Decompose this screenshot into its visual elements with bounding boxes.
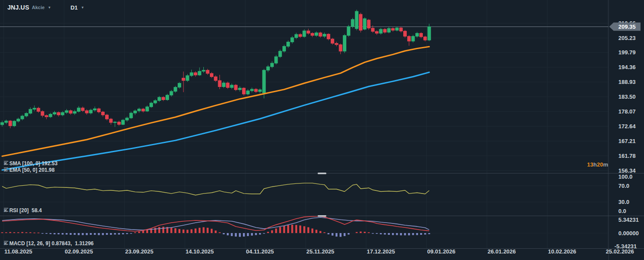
macd-hist-bar-positive xyxy=(1,232,3,233)
bearish-candle xyxy=(85,110,88,113)
panel-resize-handle[interactable] xyxy=(318,173,326,174)
bullish-candle xyxy=(73,111,76,113)
date-axis-label: 04.11.2025 xyxy=(246,248,274,255)
bullish-candle xyxy=(291,38,294,42)
bearish-candle xyxy=(110,119,113,123)
macd-hist-bar-positive xyxy=(5,232,7,233)
bearish-candle xyxy=(331,39,334,43)
bullish-candle xyxy=(17,119,20,121)
macd-hist-bar-negative xyxy=(400,233,402,235)
macd-hist-bar-positive xyxy=(303,226,305,233)
bearish-candle xyxy=(210,73,213,77)
timeframe-dropdown-caret-icon[interactable]: ▾ xyxy=(82,5,84,10)
bearish-candle xyxy=(392,28,395,30)
bearish-candle xyxy=(335,43,338,45)
macd-hist-bar-positive xyxy=(364,232,365,233)
bullish-candle xyxy=(61,113,64,115)
bullish-candle xyxy=(77,108,80,111)
date-axis-label: 14.10.2025 xyxy=(186,248,214,255)
macd-hist-bar-positive xyxy=(199,228,200,233)
price-axis-label: 156.34 xyxy=(618,167,636,174)
macd-hist-bar-negative xyxy=(239,233,241,237)
bullish-candle xyxy=(5,121,8,123)
macd-hist-bar-negative xyxy=(408,233,410,235)
bearish-candle xyxy=(375,31,378,33)
bullish-candle xyxy=(190,73,193,76)
bullish-candle xyxy=(154,100,157,103)
macd-hist-bar-negative xyxy=(255,233,257,235)
macd-main-line xyxy=(2,216,429,231)
macd-hist-bar-positive xyxy=(315,230,317,233)
macd-hist-bar-positive xyxy=(174,228,176,233)
macd-hist-bar-positive xyxy=(275,229,277,233)
bearish-candle xyxy=(206,70,209,73)
macd-signal-line xyxy=(2,217,429,230)
macd-hist-bar-positive xyxy=(215,230,216,233)
macd-hist-bar-negative xyxy=(372,233,374,234)
macd-hist-bar-positive xyxy=(267,232,269,233)
bullish-candle xyxy=(266,67,269,70)
bearish-candle xyxy=(69,110,72,113)
symbol-dropdown-caret-icon[interactable]: ▾ xyxy=(49,5,51,10)
macd-hist-bar-negative xyxy=(42,233,43,234)
bullish-candle xyxy=(279,51,282,57)
macd-hist-bar-negative xyxy=(118,233,120,234)
bullish-candle xyxy=(250,89,253,91)
indicator-settings-icon[interactable] xyxy=(3,207,9,212)
bullish-candle xyxy=(363,19,366,29)
bullish-candle xyxy=(347,27,350,36)
bearish-candle xyxy=(424,37,427,40)
macd-hist-bar-negative xyxy=(53,233,55,234)
bullish-candle xyxy=(174,87,177,91)
timeframe-label[interactable]: D1 xyxy=(70,4,78,11)
price-axis-label: 172.64 xyxy=(618,123,636,130)
current-price-badge: 209.35 xyxy=(609,23,641,31)
bearish-candle xyxy=(420,33,423,37)
indicator-settings-icon[interactable] xyxy=(3,167,9,172)
date-axis-label: 23.09.2025 xyxy=(125,248,153,255)
ma-overlays xyxy=(2,72,429,170)
bullish-candle xyxy=(113,122,116,123)
bearish-candle xyxy=(81,108,84,110)
macd-hist-bar-negative xyxy=(376,233,378,234)
bullish-candle xyxy=(275,57,278,63)
macd-hist-bar-negative xyxy=(424,233,426,234)
bullish-candle xyxy=(65,110,68,112)
trading-chart[interactable]: 210.66205.23199.79194.36188.93183.50178.… xyxy=(0,0,644,260)
macd-hist-bar-negative xyxy=(110,233,112,235)
indicator-settings-icon[interactable] xyxy=(3,160,9,165)
indicator-settings-icon[interactable] xyxy=(3,240,9,245)
macd-axis-label: 5.34231 xyxy=(618,217,639,223)
macd-hist-bar-negative xyxy=(388,233,390,235)
macd-hist-bar-negative xyxy=(227,233,229,235)
bearish-candle xyxy=(37,108,40,111)
macd-hist-bar-negative xyxy=(243,233,245,237)
macd-hist-bar-positive xyxy=(211,229,212,233)
macd-hist-bar-positive xyxy=(183,230,184,233)
date-axis[interactable]: 11.08.202502.09.202523.09.202514.10.2025… xyxy=(4,248,634,255)
macd-hist-bar-negative xyxy=(66,233,67,234)
price-axis-label: 161.78 xyxy=(618,153,636,159)
chart-canvas[interactable]: 210.66205.23199.79194.36188.93183.50178.… xyxy=(0,0,644,260)
bearish-candle xyxy=(57,113,60,115)
date-axis-label: 25.02.2026 xyxy=(606,248,634,255)
macd-hist-bar-positive xyxy=(283,226,285,233)
candlestick-series[interactable] xyxy=(1,10,431,128)
panel-resize-handle[interactable] xyxy=(318,215,326,217)
macd-hist-bar-negative xyxy=(50,233,51,234)
rsi-axis-label: 100.0 xyxy=(618,173,633,180)
macd-hist-bar-negative xyxy=(332,233,333,236)
macd-hist-bar-negative xyxy=(416,233,418,235)
macd-hist-bar-negative xyxy=(247,233,249,236)
rsi-axis-label: 30.0 xyxy=(618,199,629,205)
macd-hist-bar-negative xyxy=(223,233,225,234)
macd-hist-bar-positive xyxy=(37,233,39,233)
bullish-candle xyxy=(387,28,390,32)
macd-hist-bar-positive xyxy=(295,225,297,233)
price-axis[interactable]: 210.66205.23199.79194.36188.93183.50178.… xyxy=(614,20,639,250)
date-axis-label: 09.01.2026 xyxy=(427,248,455,255)
bullish-candle xyxy=(379,29,382,33)
macd-hist-bar-positive xyxy=(186,230,188,233)
bullish-candle xyxy=(395,28,398,30)
bullish-candle xyxy=(259,90,262,91)
